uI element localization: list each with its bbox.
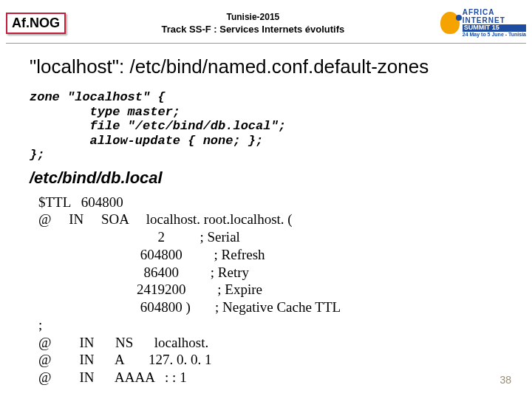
zone-config-block: zone "localhost" { type master; file "/e… <box>0 84 532 167</box>
slide-header: Af.NOG Tunisie-2015 Track SS-F : Service… <box>0 0 532 43</box>
summit-text: AFRICA INTERNET SUMMIT 15 24 May to 5 Ju… <box>463 8 526 38</box>
db-local-content: $TTL 604800 @ IN SOA localhost. root.loc… <box>0 192 532 386</box>
title-quote-colon: ": <box>112 55 130 78</box>
header-event: Tunisie-2015 <box>66 12 440 22</box>
summit-line3: SUMMIT 15 <box>463 24 526 32</box>
db-local-heading: /etc/bind/db.local <box>0 167 532 192</box>
afnog-logo: Af.NOG <box>6 13 66 34</box>
title-path: /etc/bind/named.conf.default-zones <box>130 55 429 78</box>
header-track: Track SS-F : Services Internets évolutif… <box>66 24 440 35</box>
page-number: 38 <box>499 374 511 386</box>
summit-dates: 24 May to 5 June - Tunisia <box>463 32 526 38</box>
slide-title: "localhost": /etc/bind/named.conf.defaul… <box>0 44 532 84</box>
header-center: Tunisie-2015 Track SS-F : Services Inter… <box>66 12 440 35</box>
title-prefix: "localhost <box>30 55 112 78</box>
summit-logo: AFRICA INTERNET SUMMIT 15 24 May to 5 Ju… <box>440 8 526 38</box>
africa-icon <box>440 12 460 34</box>
summit-line1: AFRICA <box>463 8 526 16</box>
